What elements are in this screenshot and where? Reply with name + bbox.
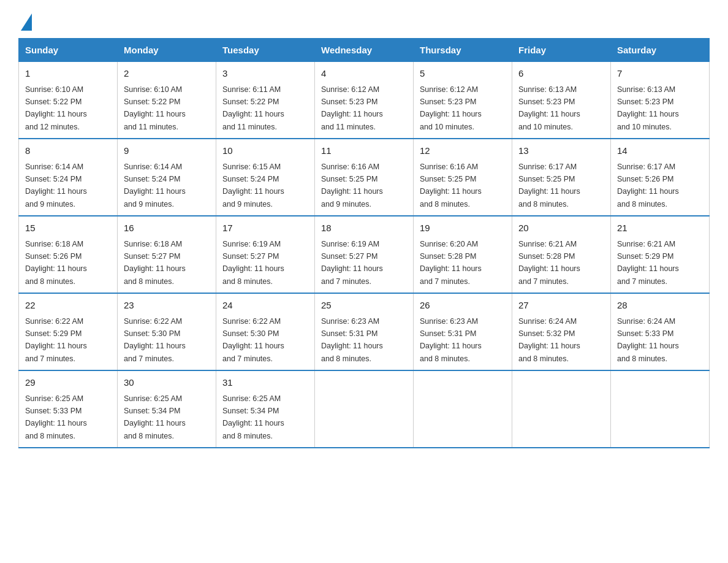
day-number: 10 bbox=[222, 144, 308, 158]
day-cell: 13 Sunrise: 6:17 AMSunset: 5:25 PMDaylig… bbox=[512, 139, 611, 216]
day-info: Sunrise: 6:14 AMSunset: 5:24 PMDaylight:… bbox=[25, 163, 87, 209]
day-info: Sunrise: 6:24 AMSunset: 5:32 PMDaylight:… bbox=[518, 317, 580, 363]
day-info: Sunrise: 6:13 AMSunset: 5:23 PMDaylight:… bbox=[617, 85, 679, 131]
day-number: 17 bbox=[222, 221, 308, 236]
header-tuesday: Tuesday bbox=[216, 39, 315, 62]
day-cell: 9 Sunrise: 6:14 AMSunset: 5:24 PMDayligh… bbox=[118, 139, 216, 216]
day-info: Sunrise: 6:14 AMSunset: 5:24 PMDaylight:… bbox=[124, 163, 186, 209]
day-info: Sunrise: 6:23 AMSunset: 5:31 PMDaylight:… bbox=[420, 317, 482, 363]
header-monday: Monday bbox=[118, 39, 216, 62]
day-info: Sunrise: 6:23 AMSunset: 5:31 PMDaylight:… bbox=[321, 317, 383, 363]
day-number: 14 bbox=[617, 144, 703, 158]
day-cell: 22 Sunrise: 6:22 AMSunset: 5:29 PMDaylig… bbox=[19, 293, 118, 370]
day-info: Sunrise: 6:10 AMSunset: 5:22 PMDaylight:… bbox=[124, 85, 186, 131]
day-info: Sunrise: 6:24 AMSunset: 5:33 PMDaylight:… bbox=[617, 317, 679, 363]
day-number: 22 bbox=[25, 299, 111, 313]
day-info: Sunrise: 6:11 AMSunset: 5:22 PMDaylight:… bbox=[222, 85, 284, 131]
day-number: 27 bbox=[518, 299, 604, 313]
day-info: Sunrise: 6:22 AMSunset: 5:30 PMDaylight:… bbox=[222, 317, 284, 363]
day-number: 21 bbox=[617, 221, 703, 236]
day-number: 2 bbox=[124, 67, 210, 81]
day-cell: 4 Sunrise: 6:12 AMSunset: 5:23 PMDayligh… bbox=[315, 62, 414, 139]
day-number: 28 bbox=[617, 299, 703, 313]
day-number: 5 bbox=[420, 67, 506, 81]
day-number: 26 bbox=[420, 299, 506, 313]
day-number: 30 bbox=[124, 376, 210, 390]
day-cell: 14 Sunrise: 6:17 AMSunset: 5:26 PMDaylig… bbox=[611, 139, 710, 216]
day-cell: 5 Sunrise: 6:12 AMSunset: 5:23 PMDayligh… bbox=[414, 62, 512, 139]
day-number: 25 bbox=[321, 299, 407, 313]
logo bbox=[18, 12, 32, 27]
day-info: Sunrise: 6:19 AMSunset: 5:27 PMDaylight:… bbox=[321, 240, 383, 286]
day-cell: 15 Sunrise: 6:18 AMSunset: 5:26 PMDaylig… bbox=[19, 216, 118, 293]
day-info: Sunrise: 6:16 AMSunset: 5:25 PMDaylight:… bbox=[420, 163, 482, 209]
day-cell: 27 Sunrise: 6:24 AMSunset: 5:32 PMDaylig… bbox=[512, 293, 611, 370]
header-wednesday: Wednesday bbox=[315, 39, 414, 62]
day-number: 9 bbox=[124, 144, 210, 158]
day-cell: 10 Sunrise: 6:15 AMSunset: 5:24 PMDaylig… bbox=[216, 139, 315, 216]
day-number: 16 bbox=[124, 221, 210, 236]
day-number: 3 bbox=[222, 67, 308, 81]
weekday-header-row: SundayMondayTuesdayWednesdayThursdayFrid… bbox=[19, 39, 710, 62]
day-cell: 20 Sunrise: 6:21 AMSunset: 5:28 PMDaylig… bbox=[512, 216, 611, 293]
calendar-table: SundayMondayTuesdayWednesdayThursdayFrid… bbox=[18, 38, 710, 448]
day-cell: 31 Sunrise: 6:25 AMSunset: 5:34 PMDaylig… bbox=[216, 370, 315, 448]
day-cell: 23 Sunrise: 6:22 AMSunset: 5:30 PMDaylig… bbox=[118, 293, 216, 370]
day-cell: 12 Sunrise: 6:16 AMSunset: 5:25 PMDaylig… bbox=[414, 139, 512, 216]
day-number: 15 bbox=[25, 221, 111, 236]
day-cell: 30 Sunrise: 6:25 AMSunset: 5:34 PMDaylig… bbox=[118, 370, 216, 448]
header-saturday: Saturday bbox=[611, 39, 710, 62]
day-cell: 7 Sunrise: 6:13 AMSunset: 5:23 PMDayligh… bbox=[611, 62, 710, 139]
day-info: Sunrise: 6:21 AMSunset: 5:28 PMDaylight:… bbox=[518, 240, 580, 286]
day-cell: 25 Sunrise: 6:23 AMSunset: 5:31 PMDaylig… bbox=[315, 293, 414, 370]
day-number: 6 bbox=[518, 67, 604, 81]
day-number: 8 bbox=[25, 144, 111, 158]
day-number: 4 bbox=[321, 67, 407, 81]
day-info: Sunrise: 6:25 AMSunset: 5:34 PMDaylight:… bbox=[222, 394, 284, 440]
day-number: 13 bbox=[518, 144, 604, 158]
day-info: Sunrise: 6:17 AMSunset: 5:26 PMDaylight:… bbox=[617, 163, 679, 209]
week-row-1: 1 Sunrise: 6:10 AMSunset: 5:22 PMDayligh… bbox=[19, 62, 710, 139]
day-cell: 8 Sunrise: 6:14 AMSunset: 5:24 PMDayligh… bbox=[19, 139, 118, 216]
day-info: Sunrise: 6:20 AMSunset: 5:28 PMDaylight:… bbox=[420, 240, 482, 286]
day-cell: 1 Sunrise: 6:10 AMSunset: 5:22 PMDayligh… bbox=[19, 62, 118, 139]
day-cell: 2 Sunrise: 6:10 AMSunset: 5:22 PMDayligh… bbox=[118, 62, 216, 139]
day-info: Sunrise: 6:15 AMSunset: 5:24 PMDaylight:… bbox=[222, 163, 284, 209]
day-cell: 24 Sunrise: 6:22 AMSunset: 5:30 PMDaylig… bbox=[216, 293, 315, 370]
header-thursday: Thursday bbox=[414, 39, 512, 62]
day-info: Sunrise: 6:17 AMSunset: 5:25 PMDaylight:… bbox=[518, 163, 580, 209]
day-cell bbox=[315, 370, 414, 448]
day-cell: 17 Sunrise: 6:19 AMSunset: 5:27 PMDaylig… bbox=[216, 216, 315, 293]
day-cell: 6 Sunrise: 6:13 AMSunset: 5:23 PMDayligh… bbox=[512, 62, 611, 139]
week-row-3: 15 Sunrise: 6:18 AMSunset: 5:26 PMDaylig… bbox=[19, 216, 710, 293]
day-info: Sunrise: 6:12 AMSunset: 5:23 PMDaylight:… bbox=[420, 85, 482, 131]
day-cell bbox=[512, 370, 611, 448]
day-number: 31 bbox=[222, 376, 308, 390]
week-row-2: 8 Sunrise: 6:14 AMSunset: 5:24 PMDayligh… bbox=[19, 139, 710, 216]
day-number: 29 bbox=[25, 376, 111, 390]
day-info: Sunrise: 6:16 AMSunset: 5:25 PMDaylight:… bbox=[321, 163, 383, 209]
logo-triangle-icon bbox=[21, 13, 32, 31]
day-cell: 26 Sunrise: 6:23 AMSunset: 5:31 PMDaylig… bbox=[414, 293, 512, 370]
week-row-5: 29 Sunrise: 6:25 AMSunset: 5:33 PMDaylig… bbox=[19, 370, 710, 448]
day-cell: 18 Sunrise: 6:19 AMSunset: 5:27 PMDaylig… bbox=[315, 216, 414, 293]
day-number: 1 bbox=[25, 67, 111, 81]
day-cell: 28 Sunrise: 6:24 AMSunset: 5:33 PMDaylig… bbox=[611, 293, 710, 370]
day-cell: 11 Sunrise: 6:16 AMSunset: 5:25 PMDaylig… bbox=[315, 139, 414, 216]
day-info: Sunrise: 6:22 AMSunset: 5:29 PMDaylight:… bbox=[25, 317, 87, 363]
header-friday: Friday bbox=[512, 39, 611, 62]
day-number: 19 bbox=[420, 221, 506, 236]
week-row-4: 22 Sunrise: 6:22 AMSunset: 5:29 PMDaylig… bbox=[19, 293, 710, 370]
day-info: Sunrise: 6:21 AMSunset: 5:29 PMDaylight:… bbox=[617, 240, 679, 286]
day-number: 20 bbox=[518, 221, 604, 236]
day-number: 24 bbox=[222, 299, 308, 313]
day-number: 12 bbox=[420, 144, 506, 158]
day-info: Sunrise: 6:12 AMSunset: 5:23 PMDaylight:… bbox=[321, 85, 383, 131]
day-number: 18 bbox=[321, 221, 407, 236]
day-number: 7 bbox=[617, 67, 703, 81]
day-number: 11 bbox=[321, 144, 407, 158]
day-cell bbox=[414, 370, 512, 448]
day-info: Sunrise: 6:22 AMSunset: 5:30 PMDaylight:… bbox=[124, 317, 186, 363]
header-sunday: Sunday bbox=[19, 39, 118, 62]
day-info: Sunrise: 6:13 AMSunset: 5:23 PMDaylight:… bbox=[518, 85, 580, 131]
